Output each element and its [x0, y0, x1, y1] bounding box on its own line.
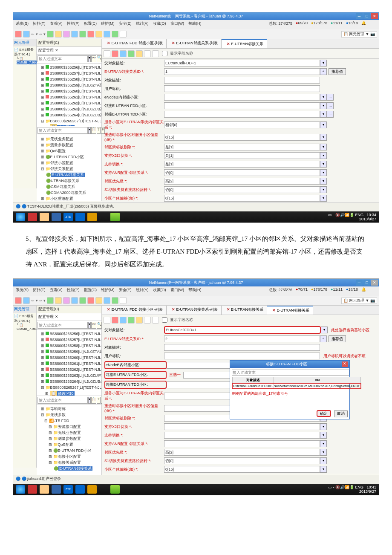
- field-input[interactable]: [164, 440, 320, 447]
- menu-item[interactable]: 查看(V): [50, 21, 63, 29]
- menu-item[interactable]: 系统(S): [16, 287, 29, 295]
- maximize-button[interactable]: □: [363, 280, 370, 286]
- dropdown-icon[interactable]: ▾: [320, 161, 327, 168]
- tree-node[interactable]: ⊞ 📁邻接小区配置: [37, 160, 101, 166]
- tree-node[interactable]: ⊞ 📁邻接小区配置: [37, 454, 101, 460]
- taskbar-icon[interactable]: [40, 213, 49, 221]
- menu-item[interactable]: 安全(E): [119, 21, 132, 29]
- toolbar-icon[interactable]: [87, 297, 94, 304]
- menu-item[interactable]: 拓扑(T): [33, 287, 46, 295]
- field-input[interactable]: [164, 102, 320, 109]
- filter-input[interactable]: [37, 322, 88, 329]
- toolbar-icon[interactable]: [23, 31, 30, 38]
- dropdown-icon[interactable]: ▾: [88, 322, 91, 329]
- up-icon[interactable]: ⇧: [97, 127, 101, 134]
- tree-node[interactable]: ⊞ 📁等轴对称: [37, 406, 101, 412]
- taskbar-icon[interactable]: [87, 485, 97, 494]
- tree-node[interactable]: ⊞ BS8800$265259[LI]NJL0ZTA高淳: [37, 82, 101, 88]
- toolbar-icon[interactable]: [55, 297, 62, 304]
- field-input[interactable]: 0[15]: [164, 134, 320, 141]
- field-input[interactable]: 0[15]: [164, 195, 320, 202]
- popup-row[interactable]: ExternalEUtranCellFDD=1subNetworks=32012…: [232, 383, 361, 389]
- dropdown-icon[interactable]: ▾: [320, 94, 327, 101]
- dropdown-icon[interactable]: ▾: [88, 397, 91, 404]
- tree-node[interactable]: ⊞ BS8800$265263[LI]NJL0ZU吨高: [37, 373, 101, 379]
- tree-node[interactable]: ⊞ 📁资源接口配置: [37, 424, 101, 430]
- tool-icon[interactable]: [120, 50, 127, 57]
- menu-item[interactable]: 收藏(O): [153, 21, 166, 29]
- filter-input-2[interactable]: [37, 397, 88, 404]
- browse-icon[interactable]: …: [327, 102, 334, 109]
- form-tab[interactable]: ✕ E-UTRAN邻接关系: [222, 306, 268, 315]
- tree-node[interactable]: ⊞ BS8800$265257[LI]TEST-NJL0ZU: [37, 337, 101, 343]
- toolbar-icon[interactable]: [55, 31, 62, 38]
- tree-node[interactable]: ⊟ 📁BS8800$265267[LI]TEST-NJL: [37, 384, 101, 390]
- maximize-button[interactable]: □: [363, 13, 370, 19]
- tool-icon[interactable]: 📋: [91, 397, 96, 404]
- toolbar-icon[interactable]: [47, 297, 54, 304]
- tool-icon[interactable]: [144, 50, 151, 57]
- toolbar-icon[interactable]: [63, 297, 70, 304]
- recommend-button[interactable]: 推荐值: [329, 335, 346, 342]
- taskbar-icon[interactable]: [40, 485, 49, 494]
- field-input[interactable]: 0[15]: [164, 466, 320, 473]
- menu-item[interactable]: 帮助(H): [188, 287, 202, 295]
- tree-node[interactable]: ⊞ BS8800$265262[LI]TEST-NJL0ZT: [37, 100, 101, 106]
- toolbar-icon[interactable]: [87, 31, 94, 38]
- tree-node[interactable]: 📄 EMS服务器(7.96.4.): [14, 314, 35, 323]
- menu-item[interactable]: 维护(M): [101, 21, 115, 29]
- toolbar-icon[interactable]: [71, 297, 78, 304]
- field-input[interactable]: 是[1]: [164, 144, 320, 150]
- toolbar-icon[interactable]: [63, 31, 70, 38]
- tool-icon[interactable]: [136, 317, 143, 324]
- taskbar-icon[interactable]: [52, 213, 61, 221]
- tree-node[interactable]: 🟢CDMA2000邻接关系: [37, 190, 101, 196]
- menu-item[interactable]: 窗口(W): [170, 21, 184, 29]
- menu-item[interactable]: 统计(A): [136, 21, 149, 29]
- recommend-button[interactable]: 推荐值: [329, 68, 346, 75]
- taskbar-icon[interactable]: [110, 213, 120, 221]
- tree-node[interactable]: ⊞ BS8800$265263[LI]NJL0ZUB高淳: [37, 106, 101, 112]
- field-input[interactable]: EUtranCellFDD=1: [164, 60, 320, 66]
- dropdown-icon[interactable]: ▾: [320, 60, 327, 66]
- field-input[interactable]: [164, 85, 320, 92]
- browse-icon[interactable]: …: [327, 94, 334, 101]
- dropdown-icon[interactable]: ▾: [320, 423, 327, 430]
- field-input[interactable]: 相邻[0]: [164, 121, 320, 128]
- dropdown-icon[interactable]: ▾: [320, 134, 327, 141]
- field-input[interactable]: 否[0]: [164, 457, 320, 464]
- tree-node[interactable]: ⊞ BS8800$265257[LI]TEST-NJL0ZU: [37, 70, 101, 76]
- spinner-icon[interactable]: ÷: [320, 68, 327, 75]
- tree-node[interactable]: ⊞ 📁无线业务配置: [37, 136, 101, 142]
- tree-node[interactable]: 🟢E-UTRAN邻接关系: [37, 172, 101, 178]
- tree-node[interactable]: ⊞ BS8800$265258[LI]TEST-NJL0Z: [37, 343, 101, 349]
- toolbar-icon[interactable]: [95, 31, 102, 38]
- minimize-button[interactable]: ─: [356, 280, 363, 286]
- dropdown-icon[interactable]: ▾: [320, 432, 327, 439]
- tree-node[interactable]: ⊞ 📁无线业务配置: [37, 430, 101, 436]
- dropdown-icon[interactable]: ▾: [320, 121, 327, 128]
- search-icon[interactable]: 👓: [91, 322, 96, 329]
- toolbar-icon[interactable]: [23, 297, 30, 304]
- toolbar-icon[interactable]: [112, 297, 118, 304]
- taskbar-icon[interactable]: [52, 485, 61, 494]
- filter-input[interactable]: [37, 55, 88, 62]
- popup-close-icon[interactable]: ✕: [342, 361, 348, 367]
- tree-node[interactable]: ⊞ BS8800$265258[LI]TEST-NJL0ZT: [37, 76, 101, 82]
- tree-node[interactable]: ⊞ BS8800$265264[LI]NJL0ZUB高: [37, 379, 101, 384]
- tree-node[interactable]: 🟢E-UTRAN邻接关系: [37, 465, 101, 471]
- tree-node[interactable]: ⊞ BS8800$265260[LI]TEST-NJL0ZU: [37, 88, 101, 94]
- toolbar-icon[interactable]: [104, 31, 110, 38]
- tree-node[interactable]: ⊞ BS8800$265262[LI]TEST-NJL0Z: [37, 367, 101, 373]
- tree-node[interactable]: ⊞ BS8800$265259[LI]NJL0ZTA高淳: [37, 349, 101, 355]
- taskbar-icon[interactable]: [28, 485, 37, 494]
- config-subtab[interactable]: 配置管理 ✕: [37, 47, 101, 55]
- tree-node[interactable]: ⊞ 📁小区重选配置: [37, 196, 101, 201]
- tree-node[interactable]: 📄 EMS服务器(7.96.4.): [14, 47, 35, 57]
- field-input[interactable]: [164, 344, 320, 351]
- form-tab[interactable]: ✕ E-UTRAN邻接关系: [267, 306, 313, 315]
- form-tab[interactable]: ✕ E-UTRAN邻接关系-列表: [167, 306, 222, 315]
- tool-icon[interactable]: [104, 317, 110, 324]
- toolbar-icon[interactable]: [120, 31, 127, 38]
- toolbar-icon[interactable]: [112, 31, 118, 38]
